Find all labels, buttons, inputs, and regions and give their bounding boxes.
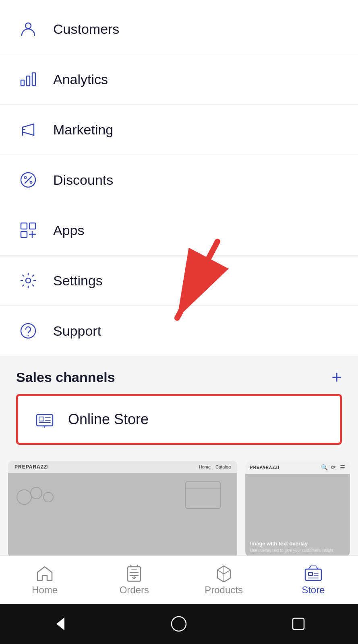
marketing-label: Marketing — [53, 122, 113, 138]
preview-mobile-image: Image with text overlay Use overlay text… — [245, 474, 350, 557]
online-store-icon — [33, 407, 57, 431]
svg-point-23 — [31, 487, 42, 499]
analytics-label: Analytics — [53, 72, 108, 87]
home-button[interactable] — [170, 615, 188, 633]
svg-point-14 — [28, 335, 29, 336]
support-label: Support — [53, 323, 101, 339]
bag-icon: 🛍 — [331, 464, 337, 471]
sidebar-item-settings[interactable]: Settings — [0, 256, 358, 306]
preview-mobile-header: PREPARAZZI 🔍 🛍 ☰ — [245, 461, 350, 474]
svg-point-6 — [30, 182, 32, 184]
preview-nav-catalog: Catalog — [215, 464, 231, 469]
store-nav-label: Store — [302, 584, 325, 596]
svg-point-24 — [43, 492, 53, 502]
add-channel-button[interactable]: + — [331, 368, 342, 386]
back-button[interactable] — [51, 615, 68, 633]
customer-icon — [16, 17, 40, 41]
sidebar-item-support[interactable]: Support — [0, 306, 358, 356]
bottom-nav-home[interactable]: Home — [0, 560, 89, 600]
svg-rect-31 — [308, 572, 312, 576]
discounts-icon — [16, 168, 40, 192]
analytics-icon — [16, 67, 40, 91]
sidebar-item-customers[interactable]: Customers — [0, 4, 358, 54]
bottom-nav-products[interactable]: Products — [179, 560, 269, 600]
products-icon — [215, 564, 233, 582]
recents-button[interactable] — [290, 615, 307, 633]
preview-nav-home: Home — [199, 464, 211, 469]
svg-point-22 — [17, 490, 31, 504]
svg-rect-9 — [21, 231, 27, 237]
svg-rect-16 — [39, 417, 44, 421]
preview-desktop-logo: PREPARAZZI — [14, 464, 49, 470]
marketing-icon — [16, 118, 40, 142]
apps-label: Apps — [53, 223, 85, 238]
svg-rect-2 — [27, 76, 30, 86]
svg-point-36 — [172, 617, 186, 631]
orders-nav-label: Orders — [120, 584, 149, 596]
support-icon — [16, 319, 40, 343]
home-icon — [36, 564, 54, 582]
svg-rect-1 — [21, 80, 24, 86]
products-nav-label: Products — [205, 584, 243, 596]
discounts-label: Discounts — [53, 172, 113, 188]
desktop-preview-card: PREPARAZZI Home Catalog — [8, 461, 237, 557]
sidebar-item-marketing[interactable]: Marketing — [0, 105, 358, 155]
bottom-navigation: Home Orders Products — [0, 555, 358, 604]
settings-icon — [16, 268, 40, 293]
store-nav-icon — [304, 564, 322, 582]
sidebar-item-analytics[interactable]: Analytics — [0, 54, 358, 105]
sales-channels-section: Sales channels + Online Store — [0, 356, 358, 457]
preview-overlay-sub: Use overlay text to give your customers … — [250, 548, 345, 553]
preview-mobile-icons: 🔍 🛍 ☰ — [321, 464, 345, 471]
svg-point-5 — [25, 177, 27, 179]
online-store-label: Online Store — [68, 411, 149, 428]
sales-channels-header: Sales channels + — [16, 368, 342, 386]
svg-rect-8 — [29, 223, 35, 229]
home-nav-label: Home — [32, 584, 58, 596]
orders-icon — [125, 564, 143, 582]
svg-marker-35 — [56, 617, 64, 630]
sales-channels-title: Sales channels — [16, 369, 115, 385]
svg-rect-25 — [186, 482, 220, 508]
bottom-nav-store[interactable]: Store — [269, 560, 358, 600]
svg-rect-37 — [293, 618, 304, 630]
mobile-preview-card: PREPARAZZI 🔍 🛍 ☰ Image with text overlay… — [245, 461, 350, 557]
preview-desktop-nav: Home Catalog — [199, 464, 231, 469]
svg-point-0 — [25, 23, 31, 29]
menu-icon: ☰ — [340, 464, 345, 471]
preview-desktop-header: PREPARAZZI Home Catalog — [8, 461, 237, 473]
svg-point-12 — [26, 278, 31, 283]
sidebar-item-apps[interactable]: Apps — [0, 205, 358, 256]
preview-mobile-logo: PREPARAZZI — [250, 465, 279, 470]
settings-label: Settings — [53, 273, 103, 289]
main-menu: Customers Analytics Marketing — [0, 0, 358, 356]
customers-label: Customers — [53, 21, 119, 37]
svg-rect-3 — [32, 73, 35, 86]
svg-rect-30 — [305, 569, 321, 580]
apps-icon — [16, 218, 40, 242]
system-navigation-bar — [0, 604, 358, 644]
bottom-nav-orders[interactable]: Orders — [89, 560, 179, 600]
search-icon: 🔍 — [321, 464, 328, 471]
sidebar-item-discounts[interactable]: Discounts — [0, 155, 358, 205]
store-preview-section: PREPARAZZI Home Catalog — [0, 457, 358, 561]
preview-overlay-title: Image with text overlay — [250, 541, 345, 547]
svg-rect-7 — [21, 223, 27, 229]
online-store-channel-item[interactable]: Online Store — [16, 394, 342, 445]
preview-desktop-image — [8, 473, 237, 557]
